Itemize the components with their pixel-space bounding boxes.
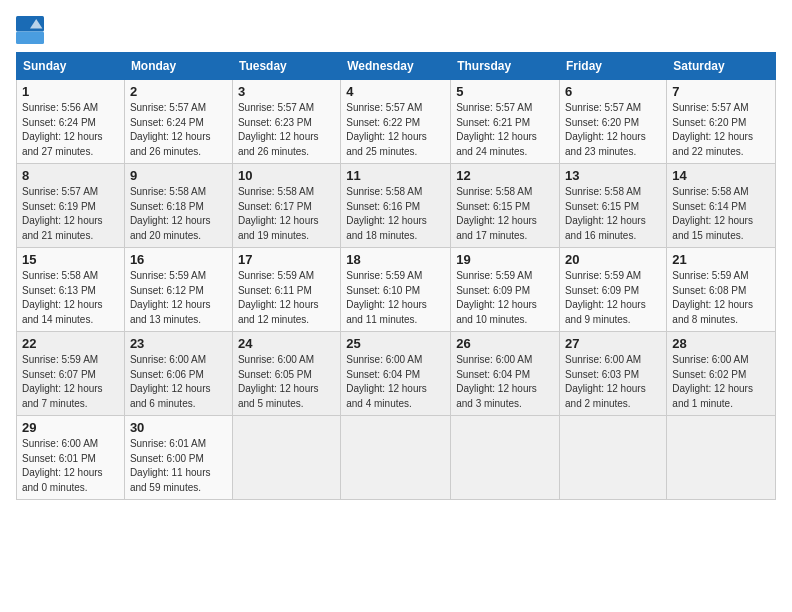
day-number: 27	[565, 336, 661, 351]
day-detail: Sunrise: 5:58 AMSunset: 6:15 PMDaylight:…	[565, 186, 646, 241]
day-cell: 21 Sunrise: 5:59 AMSunset: 6:08 PMDaylig…	[667, 248, 776, 332]
logo-icon	[16, 16, 44, 44]
day-number: 3	[238, 84, 335, 99]
day-cell	[451, 416, 560, 500]
day-detail: Sunrise: 6:00 AMSunset: 6:06 PMDaylight:…	[130, 354, 211, 409]
day-cell: 16 Sunrise: 5:59 AMSunset: 6:12 PMDaylig…	[124, 248, 232, 332]
day-number: 8	[22, 168, 119, 183]
week-row-2: 15 Sunrise: 5:58 AMSunset: 6:13 PMDaylig…	[17, 248, 776, 332]
day-cell	[667, 416, 776, 500]
day-detail: Sunrise: 5:57 AMSunset: 6:23 PMDaylight:…	[238, 102, 319, 157]
day-header-saturday: Saturday	[667, 53, 776, 80]
day-number: 14	[672, 168, 770, 183]
day-cell: 15 Sunrise: 5:58 AMSunset: 6:13 PMDaylig…	[17, 248, 125, 332]
day-number: 4	[346, 84, 445, 99]
day-detail: Sunrise: 5:59 AMSunset: 6:07 PMDaylight:…	[22, 354, 103, 409]
day-cell: 22 Sunrise: 5:59 AMSunset: 6:07 PMDaylig…	[17, 332, 125, 416]
day-detail: Sunrise: 5:56 AMSunset: 6:24 PMDaylight:…	[22, 102, 103, 157]
day-cell: 20 Sunrise: 5:59 AMSunset: 6:09 PMDaylig…	[560, 248, 667, 332]
day-detail: Sunrise: 5:58 AMSunset: 6:14 PMDaylight:…	[672, 186, 753, 241]
day-detail: Sunrise: 6:00 AMSunset: 6:03 PMDaylight:…	[565, 354, 646, 409]
week-row-4: 29 Sunrise: 6:00 AMSunset: 6:01 PMDaylig…	[17, 416, 776, 500]
day-cell	[560, 416, 667, 500]
week-row-1: 8 Sunrise: 5:57 AMSunset: 6:19 PMDayligh…	[17, 164, 776, 248]
day-cell: 11 Sunrise: 5:58 AMSunset: 6:16 PMDaylig…	[341, 164, 451, 248]
day-cell: 18 Sunrise: 5:59 AMSunset: 6:10 PMDaylig…	[341, 248, 451, 332]
day-number: 5	[456, 84, 554, 99]
day-number: 6	[565, 84, 661, 99]
day-cell: 29 Sunrise: 6:00 AMSunset: 6:01 PMDaylig…	[17, 416, 125, 500]
day-detail: Sunrise: 5:58 AMSunset: 6:17 PMDaylight:…	[238, 186, 319, 241]
day-cell: 1 Sunrise: 5:56 AMSunset: 6:24 PMDayligh…	[17, 80, 125, 164]
day-detail: Sunrise: 6:00 AMSunset: 6:04 PMDaylight:…	[456, 354, 537, 409]
calendar-header: SundayMondayTuesdayWednesdayThursdayFrid…	[17, 53, 776, 80]
day-detail: Sunrise: 5:59 AMSunset: 6:09 PMDaylight:…	[565, 270, 646, 325]
day-cell: 30 Sunrise: 6:01 AMSunset: 6:00 PMDaylig…	[124, 416, 232, 500]
day-cell	[232, 416, 340, 500]
day-number: 11	[346, 168, 445, 183]
day-detail: Sunrise: 5:57 AMSunset: 6:22 PMDaylight:…	[346, 102, 427, 157]
calendar-table: SundayMondayTuesdayWednesdayThursdayFrid…	[16, 52, 776, 500]
day-number: 1	[22, 84, 119, 99]
day-cell: 26 Sunrise: 6:00 AMSunset: 6:04 PMDaylig…	[451, 332, 560, 416]
day-detail: Sunrise: 5:57 AMSunset: 6:24 PMDaylight:…	[130, 102, 211, 157]
day-cell: 5 Sunrise: 5:57 AMSunset: 6:21 PMDayligh…	[451, 80, 560, 164]
svg-rect-0	[16, 16, 44, 32]
calendar-body: 1 Sunrise: 5:56 AMSunset: 6:24 PMDayligh…	[17, 80, 776, 500]
day-detail: Sunrise: 5:59 AMSunset: 6:10 PMDaylight:…	[346, 270, 427, 325]
day-cell: 24 Sunrise: 6:00 AMSunset: 6:05 PMDaylig…	[232, 332, 340, 416]
header-row: SundayMondayTuesdayWednesdayThursdayFrid…	[17, 53, 776, 80]
day-header-friday: Friday	[560, 53, 667, 80]
day-number: 29	[22, 420, 119, 435]
day-number: 21	[672, 252, 770, 267]
day-detail: Sunrise: 5:59 AMSunset: 6:12 PMDaylight:…	[130, 270, 211, 325]
day-number: 24	[238, 336, 335, 351]
day-cell: 25 Sunrise: 6:00 AMSunset: 6:04 PMDaylig…	[341, 332, 451, 416]
day-number: 15	[22, 252, 119, 267]
day-detail: Sunrise: 6:00 AMSunset: 6:04 PMDaylight:…	[346, 354, 427, 409]
day-cell: 27 Sunrise: 6:00 AMSunset: 6:03 PMDaylig…	[560, 332, 667, 416]
day-number: 12	[456, 168, 554, 183]
day-number: 20	[565, 252, 661, 267]
day-cell: 10 Sunrise: 5:58 AMSunset: 6:17 PMDaylig…	[232, 164, 340, 248]
day-number: 26	[456, 336, 554, 351]
day-cell: 13 Sunrise: 5:58 AMSunset: 6:15 PMDaylig…	[560, 164, 667, 248]
day-cell: 17 Sunrise: 5:59 AMSunset: 6:11 PMDaylig…	[232, 248, 340, 332]
day-detail: Sunrise: 6:00 AMSunset: 6:05 PMDaylight:…	[238, 354, 319, 409]
day-cell: 19 Sunrise: 5:59 AMSunset: 6:09 PMDaylig…	[451, 248, 560, 332]
day-number: 25	[346, 336, 445, 351]
day-cell: 12 Sunrise: 5:58 AMSunset: 6:15 PMDaylig…	[451, 164, 560, 248]
day-cell: 6 Sunrise: 5:57 AMSunset: 6:20 PMDayligh…	[560, 80, 667, 164]
day-detail: Sunrise: 5:59 AMSunset: 6:08 PMDaylight:…	[672, 270, 753, 325]
day-number: 30	[130, 420, 227, 435]
day-detail: Sunrise: 5:58 AMSunset: 6:13 PMDaylight:…	[22, 270, 103, 325]
day-cell: 14 Sunrise: 5:58 AMSunset: 6:14 PMDaylig…	[667, 164, 776, 248]
day-detail: Sunrise: 5:58 AMSunset: 6:18 PMDaylight:…	[130, 186, 211, 241]
day-number: 9	[130, 168, 227, 183]
week-row-0: 1 Sunrise: 5:56 AMSunset: 6:24 PMDayligh…	[17, 80, 776, 164]
day-cell: 23 Sunrise: 6:00 AMSunset: 6:06 PMDaylig…	[124, 332, 232, 416]
day-number: 18	[346, 252, 445, 267]
day-detail: Sunrise: 5:58 AMSunset: 6:15 PMDaylight:…	[456, 186, 537, 241]
week-row-3: 22 Sunrise: 5:59 AMSunset: 6:07 PMDaylig…	[17, 332, 776, 416]
day-number: 16	[130, 252, 227, 267]
day-header-thursday: Thursday	[451, 53, 560, 80]
day-header-wednesday: Wednesday	[341, 53, 451, 80]
day-detail: Sunrise: 5:59 AMSunset: 6:11 PMDaylight:…	[238, 270, 319, 325]
day-detail: Sunrise: 5:57 AMSunset: 6:20 PMDaylight:…	[672, 102, 753, 157]
day-cell: 2 Sunrise: 5:57 AMSunset: 6:24 PMDayligh…	[124, 80, 232, 164]
day-detail: Sunrise: 5:58 AMSunset: 6:16 PMDaylight:…	[346, 186, 427, 241]
day-number: 2	[130, 84, 227, 99]
day-header-sunday: Sunday	[17, 53, 125, 80]
day-detail: Sunrise: 5:57 AMSunset: 6:19 PMDaylight:…	[22, 186, 103, 241]
logo	[16, 16, 48, 44]
day-cell: 7 Sunrise: 5:57 AMSunset: 6:20 PMDayligh…	[667, 80, 776, 164]
day-number: 7	[672, 84, 770, 99]
day-detail: Sunrise: 5:57 AMSunset: 6:21 PMDaylight:…	[456, 102, 537, 157]
day-detail: Sunrise: 6:01 AMSunset: 6:00 PMDaylight:…	[130, 438, 211, 493]
svg-rect-1	[16, 32, 44, 44]
day-number: 19	[456, 252, 554, 267]
day-number: 10	[238, 168, 335, 183]
day-number: 28	[672, 336, 770, 351]
day-header-monday: Monday	[124, 53, 232, 80]
